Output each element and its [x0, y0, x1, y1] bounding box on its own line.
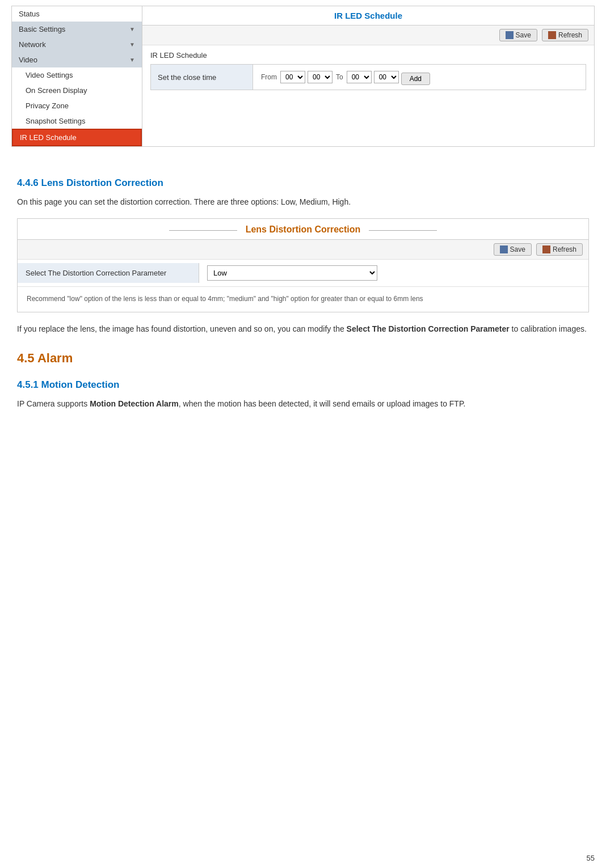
ldc-param-label: Select The Distortion Correction Paramet… [18, 263, 199, 283]
sidebar-item-on-screen-display[interactable]: On Screen Display [12, 83, 142, 98]
section-451-body: IP Camera supports Motion Detection Alar… [17, 397, 589, 410]
to-minute-select[interactable]: 00 15 30 45 [374, 71, 399, 83]
panel-title: IR LED Schedule [142, 6, 594, 26]
section-45-heading: 4.5 Alarm [17, 351, 589, 366]
sidebar-item-network[interactable]: Network ▼ [12, 37, 142, 52]
content-area: 4.4.6 Lens Distortion Correction On this… [0, 153, 606, 428]
ldc-recommend-text: Recommend "low" option of the lens is le… [18, 287, 588, 311]
to-label: To [336, 73, 343, 81]
schedule-section-label: IR LED Schedule [150, 51, 586, 60]
set-close-time-label: Set the close time [151, 65, 253, 90]
chevron-icon: ▼ [129, 26, 135, 32]
main-panel: IR LED Schedule Save Refresh IR LED Sche… [142, 6, 594, 146]
sidebar-item-ir-led-schedule[interactable]: IR LED Schedule [12, 129, 142, 146]
table-row: Set the close time From 00 01 02 00 [151, 65, 586, 90]
page-number: 55 [587, 854, 595, 862]
bold-param-name: Select The Distortion Correction Paramet… [347, 324, 510, 333]
from-hour-select[interactable]: 00 01 02 [280, 71, 305, 83]
screenshot-panel: Status Basic Settings ▼ Network ▼ Video … [11, 6, 595, 147]
section-446-intro: On this page you can set the distortion … [17, 196, 589, 208]
sidebar-item-snapshot-settings[interactable]: Snapshot Settings [12, 113, 142, 129]
ldc-panel-title: Lens Distortion Correction [18, 219, 588, 240]
time-controls: From 00 01 02 00 15 30 45 [260, 69, 579, 85]
ldc-param-row: Select The Distortion Correction Paramet… [18, 260, 588, 287]
add-button[interactable]: Add [401, 73, 430, 85]
sidebar-item-video[interactable]: Video ▼ [12, 52, 142, 67]
bold-motion-detection: Motion Detection Alarm [90, 399, 179, 408]
ldc-panel: Lens Distortion Correction Save Refresh … [17, 218, 589, 312]
schedule-section: IR LED Schedule Set the close time From … [142, 45, 594, 96]
refresh-button[interactable]: Refresh [542, 29, 588, 41]
refresh-icon [548, 31, 556, 39]
save-button[interactable]: Save [499, 29, 537, 41]
section-446-heading: 4.4.6 Lens Distortion Correction [17, 177, 589, 189]
ldc-save-button[interactable]: Save [494, 243, 532, 256]
ldc-param-value: Low Medium High [199, 260, 588, 286]
schedule-table: Set the close time From 00 01 02 00 [150, 64, 586, 90]
save-icon [506, 31, 514, 39]
chevron-icon: ▼ [129, 57, 135, 63]
ldc-toolbar: Save Refresh [18, 240, 588, 260]
sidebar: Status Basic Settings ▼ Network ▼ Video … [12, 6, 142, 146]
ldc-refresh-button[interactable]: Refresh [536, 243, 583, 256]
section-446-body: If you replace the lens, the image has f… [17, 323, 589, 335]
refresh-icon [542, 245, 550, 253]
from-minute-select[interactable]: 00 15 30 45 [308, 71, 333, 83]
from-label: From [261, 73, 277, 81]
sidebar-item-status[interactable]: Status [12, 6, 142, 22]
ldc-param-select[interactable]: Low Medium High [207, 265, 377, 281]
section-451-heading: 4.5.1 Motion Detection [17, 379, 589, 391]
sidebar-item-video-settings[interactable]: Video Settings [12, 67, 142, 83]
sidebar-item-basic-settings[interactable]: Basic Settings ▼ [12, 22, 142, 37]
sidebar-item-privacy-zone[interactable]: Privacy Zone [12, 98, 142, 113]
save-icon [500, 245, 508, 253]
to-hour-select[interactable]: 00 01 02 [347, 71, 372, 83]
chevron-icon: ▼ [129, 41, 135, 48]
panel-toolbar: Save Refresh [142, 26, 594, 45]
time-controls-cell: From 00 01 02 00 15 30 45 [253, 65, 586, 90]
